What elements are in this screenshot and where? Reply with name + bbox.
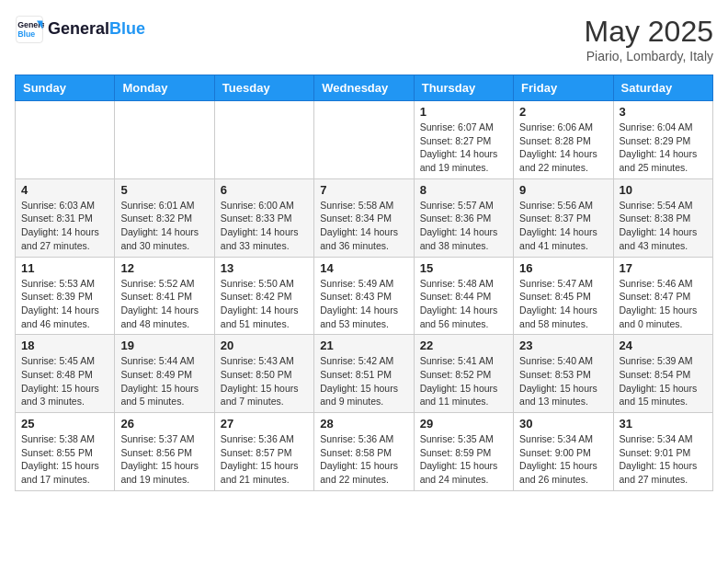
day-number: 8 [420, 183, 507, 197]
day-info: Sunrise: 5:50 AM Sunset: 8:42 PM Dayligh… [221, 277, 308, 331]
logo: General Blue GeneralBlue [15, 15, 145, 44]
day-info: Sunrise: 5:36 AM Sunset: 8:58 PM Dayligh… [320, 432, 407, 487]
location: Piario, Lombardy, Italy [584, 49, 713, 63]
day-info: Sunrise: 5:34 AM Sunset: 9:01 PM Dayligh… [620, 432, 707, 487]
day-number: 23 [519, 339, 607, 352]
day-number: 1 [420, 105, 507, 119]
day-cell: 2Sunrise: 6:06 AM Sunset: 8:28 PM Daylig… [514, 101, 613, 179]
day-cell: 15Sunrise: 5:48 AM Sunset: 8:44 PM Dayli… [414, 257, 513, 335]
logo-text: GeneralBlue [48, 20, 145, 39]
day-info: Sunrise: 5:52 AM Sunset: 8:41 PM Dayligh… [120, 277, 208, 331]
day-info: Sunrise: 5:38 AM Sunset: 8:55 PM Dayligh… [21, 432, 108, 487]
day-cell: 28Sunrise: 5:36 AM Sunset: 8:58 PM Dayli… [314, 413, 414, 491]
day-number: 14 [320, 261, 407, 275]
day-number: 27 [221, 417, 308, 431]
day-cell: 18Sunrise: 5:45 AM Sunset: 8:48 PM Dayli… [16, 335, 115, 413]
day-info: Sunrise: 5:46 AM Sunset: 8:47 PM Dayligh… [620, 277, 707, 331]
day-cell: 5Sunrise: 6:01 AM Sunset: 8:32 PM Daylig… [115, 178, 214, 257]
day-info: Sunrise: 5:58 AM Sunset: 8:34 PM Dayligh… [320, 199, 407, 253]
day-cell: 4Sunrise: 6:03 AM Sunset: 8:31 PM Daylig… [16, 178, 115, 257]
day-cell: 27Sunrise: 5:36 AM Sunset: 8:57 PM Dayli… [214, 413, 313, 491]
day-cell: 3Sunrise: 6:04 AM Sunset: 8:29 PM Daylig… [613, 101, 712, 179]
day-number: 6 [221, 183, 308, 197]
day-info: Sunrise: 5:54 AM Sunset: 8:38 PM Dayligh… [620, 199, 707, 253]
day-info: Sunrise: 5:43 AM Sunset: 8:50 PM Dayligh… [221, 354, 308, 408]
day-number: 31 [620, 417, 707, 431]
day-cell: 24Sunrise: 5:39 AM Sunset: 8:54 PM Dayli… [613, 335, 712, 413]
day-number: 15 [420, 261, 507, 275]
day-number: 4 [21, 183, 108, 197]
day-info: Sunrise: 5:35 AM Sunset: 8:59 PM Dayligh… [420, 432, 507, 487]
svg-text:Blue: Blue [17, 29, 35, 39]
logo-icon: General Blue [15, 15, 44, 44]
day-cell: 23Sunrise: 5:40 AM Sunset: 8:53 PM Dayli… [514, 335, 613, 413]
day-cell: 9Sunrise: 5:56 AM Sunset: 8:37 PM Daylig… [514, 178, 613, 257]
day-info: Sunrise: 5:45 AM Sunset: 8:48 PM Dayligh… [21, 354, 108, 408]
day-info: Sunrise: 5:41 AM Sunset: 8:52 PM Dayligh… [420, 354, 507, 408]
month-title: May 2025 [584, 15, 713, 49]
day-number: 17 [620, 261, 707, 275]
day-cell: 1Sunrise: 6:07 AM Sunset: 8:27 PM Daylig… [414, 101, 513, 179]
day-number: 11 [21, 261, 108, 275]
day-info: Sunrise: 5:48 AM Sunset: 8:44 PM Dayligh… [420, 277, 507, 331]
day-number: 16 [519, 261, 607, 275]
day-info: Sunrise: 6:03 AM Sunset: 8:31 PM Dayligh… [21, 199, 108, 253]
day-info: Sunrise: 5:57 AM Sunset: 8:36 PM Dayligh… [420, 199, 507, 253]
week-row-4: 18Sunrise: 5:45 AM Sunset: 8:48 PM Dayli… [16, 335, 713, 413]
day-cell: 11Sunrise: 5:53 AM Sunset: 8:39 PM Dayli… [16, 257, 115, 335]
day-info: Sunrise: 5:34 AM Sunset: 9:00 PM Dayligh… [519, 432, 607, 487]
day-cell: 31Sunrise: 5:34 AM Sunset: 9:01 PM Dayli… [613, 413, 712, 491]
day-cell: 26Sunrise: 5:37 AM Sunset: 8:56 PM Dayli… [115, 413, 214, 491]
page-header: General Blue GeneralBlue May 2025 Piario… [15, 15, 713, 63]
day-number: 18 [21, 339, 108, 352]
title-block: May 2025 Piario, Lombardy, Italy [584, 15, 713, 63]
col-header-thursday: Thursday [414, 75, 513, 101]
day-cell: 22Sunrise: 5:41 AM Sunset: 8:52 PM Dayli… [414, 335, 513, 413]
day-cell: 30Sunrise: 5:34 AM Sunset: 9:00 PM Dayli… [514, 413, 613, 491]
day-number: 30 [519, 417, 607, 431]
day-info: Sunrise: 5:36 AM Sunset: 8:57 PM Dayligh… [221, 432, 308, 487]
day-cell: 21Sunrise: 5:42 AM Sunset: 8:51 PM Dayli… [314, 335, 414, 413]
day-info: Sunrise: 5:39 AM Sunset: 8:54 PM Dayligh… [620, 354, 707, 408]
day-cell [16, 101, 115, 179]
calendar-table: SundayMondayTuesdayWednesdayThursdayFrid… [15, 75, 713, 491]
day-cell: 10Sunrise: 5:54 AM Sunset: 8:38 PM Dayli… [613, 178, 712, 257]
day-cell: 19Sunrise: 5:44 AM Sunset: 8:49 PM Dayli… [115, 335, 214, 413]
day-cell [115, 101, 214, 179]
day-cell: 25Sunrise: 5:38 AM Sunset: 8:55 PM Dayli… [16, 413, 115, 491]
day-info: Sunrise: 5:49 AM Sunset: 8:43 PM Dayligh… [320, 277, 407, 331]
col-header-tuesday: Tuesday [214, 75, 313, 101]
day-number: 29 [420, 417, 507, 431]
day-info: Sunrise: 5:56 AM Sunset: 8:37 PM Dayligh… [519, 199, 607, 253]
col-header-wednesday: Wednesday [314, 75, 414, 101]
day-cell [214, 101, 313, 179]
col-header-monday: Monday [115, 75, 214, 101]
day-cell: 6Sunrise: 6:00 AM Sunset: 8:33 PM Daylig… [214, 178, 313, 257]
day-info: Sunrise: 6:04 AM Sunset: 8:29 PM Dayligh… [620, 121, 707, 175]
day-number: 19 [120, 339, 208, 352]
day-cell: 17Sunrise: 5:46 AM Sunset: 8:47 PM Dayli… [613, 257, 712, 335]
day-number: 3 [620, 105, 707, 119]
day-number: 7 [320, 183, 407, 197]
day-info: Sunrise: 5:40 AM Sunset: 8:53 PM Dayligh… [519, 354, 607, 408]
col-header-sunday: Sunday [16, 75, 115, 101]
day-number: 5 [120, 183, 208, 197]
day-number: 28 [320, 417, 407, 431]
day-cell: 12Sunrise: 5:52 AM Sunset: 8:41 PM Dayli… [115, 257, 214, 335]
col-header-friday: Friday [514, 75, 613, 101]
day-number: 2 [519, 105, 607, 119]
day-number: 13 [221, 261, 308, 275]
day-info: Sunrise: 5:42 AM Sunset: 8:51 PM Dayligh… [320, 354, 407, 408]
week-row-1: 1Sunrise: 6:07 AM Sunset: 8:27 PM Daylig… [16, 101, 713, 179]
week-row-2: 4Sunrise: 6:03 AM Sunset: 8:31 PM Daylig… [16, 178, 713, 257]
day-number: 24 [620, 339, 707, 352]
day-number: 22 [420, 339, 507, 352]
week-row-5: 25Sunrise: 5:38 AM Sunset: 8:55 PM Dayli… [16, 413, 713, 491]
day-cell: 14Sunrise: 5:49 AM Sunset: 8:43 PM Dayli… [314, 257, 414, 335]
day-number: 21 [320, 339, 407, 352]
day-number: 9 [519, 183, 607, 197]
col-header-saturday: Saturday [613, 75, 712, 101]
day-info: Sunrise: 5:37 AM Sunset: 8:56 PM Dayligh… [120, 432, 208, 487]
day-number: 26 [120, 417, 208, 431]
day-info: Sunrise: 6:06 AM Sunset: 8:28 PM Dayligh… [519, 121, 607, 175]
